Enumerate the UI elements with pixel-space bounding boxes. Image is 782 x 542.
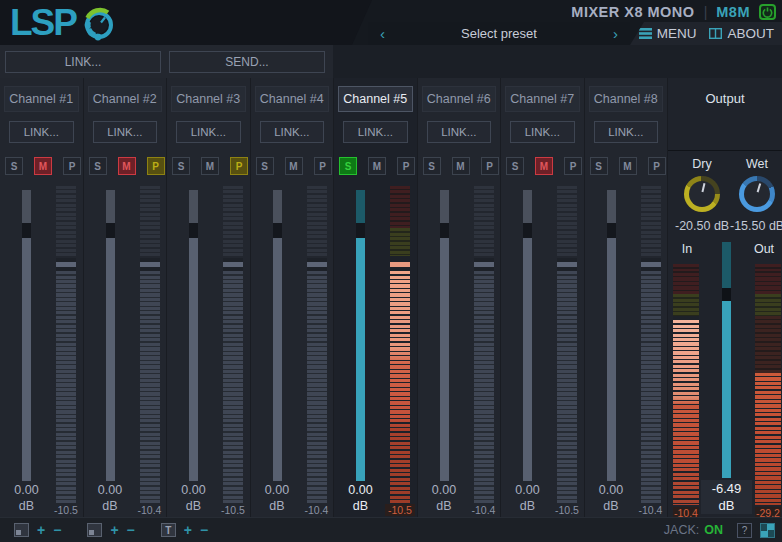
title-row: MIXER X8 MONO | M8M <box>571 2 776 22</box>
mute-button[interactable]: M <box>201 157 219 175</box>
channel-fader[interactable] <box>607 190 616 481</box>
fader-value-unit: dB <box>585 498 638 514</box>
channel-meter-value: -10.5 <box>51 504 81 516</box>
channel-tab[interactable]: Channel #4 <box>255 86 330 112</box>
smp-row: SMP <box>339 157 415 175</box>
phase-button[interactable]: P <box>63 157 81 175</box>
solo-button[interactable]: S <box>172 157 190 175</box>
channel-link-button[interactable]: LINK... <box>93 121 158 143</box>
power-button[interactable] <box>759 4 776 20</box>
channel-fader[interactable] <box>22 190 31 481</box>
phase-button[interactable]: P <box>564 157 582 175</box>
channel-link-button[interactable]: LINK... <box>427 121 492 143</box>
channel-tab[interactable]: Channel #8 <box>589 86 664 112</box>
preset-next-button[interactable]: › <box>601 23 630 44</box>
fader-handle[interactable] <box>22 223 31 238</box>
channel-strip: Channel #5LINK...SMP0.00dB-10.5 <box>334 78 418 517</box>
ui-scale-minus-button[interactable]: − <box>53 523 61 537</box>
fader-track-upper <box>356 190 365 223</box>
channel-strip: Channel #4LINK...SMP0.00dB-10.4 <box>251 78 335 517</box>
lsp-site-icon[interactable] <box>760 523 775 538</box>
phase-button[interactable]: P <box>314 157 332 175</box>
channel-tab[interactable]: Channel #1 <box>4 86 79 112</box>
mute-button[interactable]: M <box>285 157 303 175</box>
solo-button[interactable]: S <box>590 157 608 175</box>
channel-fader[interactable] <box>356 190 365 481</box>
solo-button[interactable]: S <box>339 157 357 175</box>
font-scale-plus-button[interactable]: + <box>184 523 192 537</box>
channel-tab[interactable]: Channel #3 <box>171 86 246 112</box>
fader-handle[interactable] <box>106 223 115 238</box>
font-scale-minus-button[interactable]: − <box>200 523 208 537</box>
jack-status: JACK: ON ? <box>664 523 775 538</box>
preset-label[interactable]: Select preset <box>397 26 601 41</box>
channel-fader[interactable] <box>523 190 532 481</box>
mute-button[interactable]: M <box>535 157 553 175</box>
window-scale-minus-button[interactable]: − <box>127 523 135 537</box>
solo-button[interactable]: S <box>5 157 23 175</box>
fader-handle[interactable] <box>523 223 532 238</box>
channel-link-button[interactable]: LINK... <box>594 121 659 143</box>
channel-link-button[interactable]: LINK... <box>260 121 325 143</box>
help-icon[interactable]: ? <box>737 523 752 538</box>
wet-knob[interactable] <box>739 176 775 212</box>
channel-link-button[interactable]: LINK... <box>510 121 575 143</box>
mute-button[interactable]: M <box>619 157 637 175</box>
channel-tab[interactable]: Channel #7 <box>505 86 580 112</box>
channel-tab[interactable]: Channel #5 <box>338 86 413 112</box>
output-out-meter <box>755 264 781 505</box>
solo-button[interactable]: S <box>506 157 524 175</box>
fader-handle[interactable] <box>273 223 282 238</box>
ui-scale-plus-button[interactable]: + <box>37 523 45 537</box>
channel-link-button[interactable]: LINK... <box>176 121 241 143</box>
font-scale-icon[interactable]: T <box>161 523 176 537</box>
preset-bar: ‹ Select preset › <box>368 22 630 45</box>
channel-tab[interactable]: Channel #2 <box>88 86 163 112</box>
wet-knob-group: Wet -15.50 dB <box>730 157 782 233</box>
master-link-button[interactable]: LINK... <box>5 51 161 73</box>
channel-fader[interactable] <box>273 190 282 481</box>
channel-link-button[interactable]: LINK... <box>9 121 74 143</box>
smp-row: SMP <box>423 157 499 175</box>
fader-track-lower <box>722 301 731 478</box>
ui-scale-group: + − <box>14 523 61 537</box>
phase-button[interactable]: P <box>397 157 415 175</box>
knob-pointer <box>701 183 705 192</box>
mute-button[interactable]: M <box>34 157 52 175</box>
preset-prev-button[interactable]: ‹ <box>368 23 397 44</box>
mute-button[interactable]: M <box>452 157 470 175</box>
phase-button[interactable]: P <box>648 157 666 175</box>
dry-knob[interactable] <box>684 176 720 212</box>
meter-peak-marker <box>641 262 661 267</box>
channel-fader[interactable] <box>106 190 115 481</box>
status-bar: + − + − T + − JACK: ON ? <box>0 517 782 542</box>
meter-dim-zone <box>223 186 243 258</box>
channel-fader[interactable] <box>189 190 198 481</box>
window-scale-icon[interactable] <box>87 523 102 537</box>
output-fader[interactable] <box>722 242 731 478</box>
solo-button[interactable]: S <box>256 157 274 175</box>
phase-button[interactable]: P <box>481 157 499 175</box>
fader-handle[interactable] <box>722 288 731 301</box>
fader-track-upper <box>189 190 198 223</box>
menu-button[interactable]: MENU <box>639 26 697 41</box>
dry-value: -20.50 dB <box>675 219 729 233</box>
ui-scale-icon[interactable] <box>14 523 29 537</box>
solo-button[interactable]: S <box>89 157 107 175</box>
master-send-button[interactable]: SEND... <box>169 51 325 73</box>
fader-handle[interactable] <box>440 223 449 238</box>
solo-button[interactable]: S <box>423 157 441 175</box>
phase-button[interactable]: P <box>147 157 165 175</box>
about-button[interactable]: ABOUT <box>709 26 774 41</box>
mute-button[interactable]: M <box>368 157 386 175</box>
channel-meter <box>56 186 76 503</box>
channel-tab[interactable]: Channel #6 <box>422 86 497 112</box>
phase-button[interactable]: P <box>230 157 248 175</box>
window-scale-plus-button[interactable]: + <box>110 523 118 537</box>
fader-handle[interactable] <box>356 223 365 238</box>
fader-handle[interactable] <box>189 223 198 238</box>
channel-link-button[interactable]: LINK... <box>343 121 408 143</box>
mute-button[interactable]: M <box>118 157 136 175</box>
fader-handle[interactable] <box>607 223 616 238</box>
channel-fader[interactable] <box>440 190 449 481</box>
